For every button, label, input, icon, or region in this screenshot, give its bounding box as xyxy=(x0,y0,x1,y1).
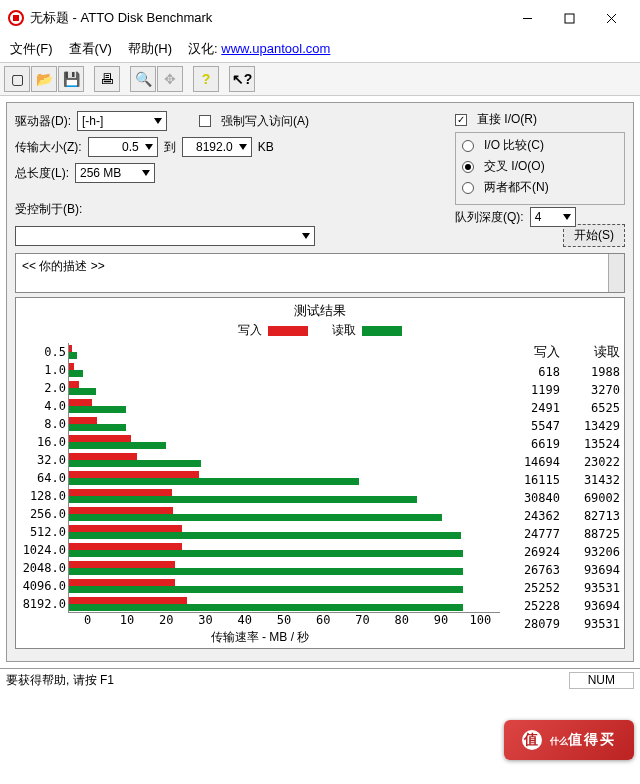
neither-radio[interactable] xyxy=(462,182,474,194)
toolbar: ▢ 📂 💾 🖶 🔍 ✥ ? ↖? xyxy=(0,62,640,96)
save-icon[interactable]: 💾 xyxy=(58,66,84,92)
move-icon[interactable]: ✥ xyxy=(157,66,183,92)
status-num: NUM xyxy=(569,672,634,689)
svg-rect-1 xyxy=(565,14,574,23)
results-panel: 测试结果 写入 读取 0.51.02.04.08.016.032.064.012… xyxy=(15,297,625,649)
force-write-label: 强制写入访问(A) xyxy=(221,113,309,130)
print-icon[interactable]: 🖶 xyxy=(94,66,120,92)
translate-label: 汉化: www.upantool.com xyxy=(188,40,330,58)
drive-label: 驱动器(D): xyxy=(15,113,71,130)
queue-combo[interactable]: 4 xyxy=(530,207,576,227)
chart-legend: 写入 读取 xyxy=(20,322,620,339)
minimize-button[interactable] xyxy=(506,6,548,30)
xfer-unit: KB xyxy=(258,140,274,154)
xfer-from-combo[interactable]: 0.5 xyxy=(88,137,158,157)
status-help-text: 要获得帮助, 请按 F1 xyxy=(6,672,114,689)
controlled-combo[interactable] xyxy=(15,226,315,246)
xfer-to-label: 到 xyxy=(164,139,176,156)
overlapped-radio[interactable] xyxy=(462,161,474,173)
x-axis-labels: 0102030405060708090100 xyxy=(68,613,500,627)
queue-label: 队列深度(Q): xyxy=(455,209,524,226)
settings-panel: 驱动器(D): [-h-] 强制写入访问(A) 传输大小(Z): 0.5 到 8… xyxy=(6,102,634,662)
y-axis-labels: 0.51.02.04.08.016.032.064.0128.0256.0512… xyxy=(20,343,68,613)
force-write-checkbox[interactable] xyxy=(199,115,211,127)
translate-link[interactable]: www.upantool.com xyxy=(221,41,330,56)
results-title: 测试结果 xyxy=(20,302,620,320)
chart-bars xyxy=(68,343,500,613)
results-data-columns: 写入读取 61819881199327024916525554713429661… xyxy=(500,343,620,646)
menu-help[interactable]: 帮助(H) xyxy=(128,40,172,58)
options-group: 直接 I/O(R) I/O 比较(C) 交叉 I/O(O) 两者都不(N) 队列… xyxy=(455,111,625,231)
menu-view[interactable]: 查看(V) xyxy=(69,40,112,58)
close-button[interactable] xyxy=(590,6,632,30)
open-icon[interactable]: 📂 xyxy=(31,66,57,92)
statusbar: 要获得帮助, 请按 F1 NUM xyxy=(0,668,640,692)
scrollbar[interactable] xyxy=(608,254,624,292)
new-icon[interactable]: ▢ xyxy=(4,66,30,92)
menu-file[interactable]: 文件(F) xyxy=(10,40,53,58)
preview-icon[interactable]: 🔍 xyxy=(130,66,156,92)
direct-io-checkbox[interactable] xyxy=(455,114,467,126)
description-box[interactable]: << 你的描述 >> xyxy=(15,253,625,293)
arrow-help-icon[interactable]: ↖? xyxy=(229,66,255,92)
window-title: 无标题 - ATTO Disk Benchmark xyxy=(30,9,506,27)
maximize-button[interactable] xyxy=(548,6,590,30)
drive-combo[interactable]: [-h-] xyxy=(77,111,167,131)
xfer-label: 传输大小(Z): xyxy=(15,139,82,156)
xfer-to-combo[interactable]: 8192.0 xyxy=(182,137,252,157)
menubar: 文件(F) 查看(V) 帮助(H) 汉化: www.upantool.com xyxy=(0,36,640,62)
help-icon[interactable]: ? xyxy=(193,66,219,92)
x-axis-title: 传输速率 - MB / 秒 xyxy=(20,629,500,646)
len-combo[interactable]: 256 MB xyxy=(75,163,155,183)
controlled-label: 受控制于(B): xyxy=(15,201,82,218)
len-label: 总长度(L): xyxy=(15,165,69,182)
app-icon xyxy=(8,10,24,26)
titlebar: 无标题 - ATTO Disk Benchmark xyxy=(0,0,640,36)
io-compare-radio[interactable] xyxy=(462,140,474,152)
